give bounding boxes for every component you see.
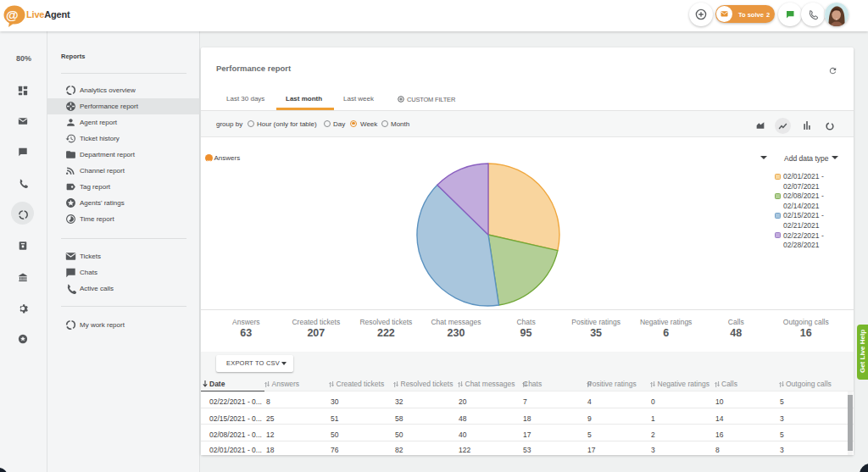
svg-text:@: @ — [6, 8, 19, 22]
